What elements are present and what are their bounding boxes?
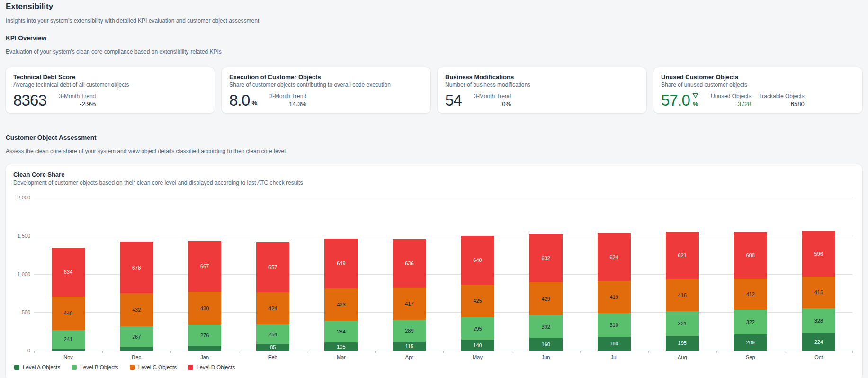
bar-segment[interactable]: 678 <box>120 242 153 293</box>
bar-segment[interactable]: 425 <box>461 285 494 317</box>
bar-segment[interactable]: 608 <box>734 232 767 279</box>
stacked-bar-Aug[interactable]: 195321416621 <box>666 232 699 351</box>
bar-segment[interactable]: 276 <box>188 325 221 346</box>
stat-value: 6580 <box>759 100 804 108</box>
bar-segment[interactable]: 430 <box>188 292 221 324</box>
bar-segment[interactable]: 328 <box>802 308 835 333</box>
bar-segment[interactable]: 423 <box>324 288 358 321</box>
stacked-bar-Oct[interactable]: 224328415596 <box>802 231 835 351</box>
bar-segment[interactable]: 140 <box>461 340 494 351</box>
bar-segment[interactable]: 289 <box>393 320 426 342</box>
bar-segment-value: 180 <box>598 341 631 346</box>
bar-segment-value: 195 <box>666 341 699 346</box>
bar-segment[interactable]: 634 <box>52 248 85 296</box>
bar-segment[interactable]: 105 <box>324 342 358 351</box>
bar-segment[interactable]: 432 <box>120 293 153 326</box>
bar-segment[interactable]: 254 <box>256 324 289 344</box>
bar-segment-value: 429 <box>529 296 563 301</box>
bar-segment[interactable]: 649 <box>324 239 358 288</box>
stacked-bar-Sep[interactable]: 209322412608 <box>734 232 767 351</box>
bar-segment[interactable]: 640 <box>461 236 494 285</box>
bar-segment-value: 254 <box>256 332 289 337</box>
bar-segment[interactable]: 85 <box>256 344 289 351</box>
stat-label: 3-Month Trend <box>474 93 511 99</box>
stat-value: 14.3% <box>269 100 306 108</box>
legend-item[interactable]: Level D Objects <box>188 364 235 370</box>
bar-segment-value: 321 <box>666 321 699 326</box>
bar-segment[interactable]: 295 <box>461 317 494 340</box>
legend-item[interactable]: Level B Objects <box>72 364 118 370</box>
stacked-bar-Jul[interactable]: 180310419624 <box>598 233 631 351</box>
bar-segment[interactable]: 596 <box>802 231 835 277</box>
legend-item[interactable]: Level C Objects <box>130 364 177 370</box>
bar-segment[interactable]: 321 <box>666 311 699 336</box>
bar-segment[interactable]: 267 <box>120 326 153 347</box>
bar-segment-value: 241 <box>52 337 85 342</box>
bar-segment[interactable]: 415 <box>802 277 835 308</box>
legend-swatch-icon <box>130 365 135 370</box>
bar-segment[interactable]: 180 <box>598 337 631 351</box>
kpi-card-business-modifications: Business Modifications Number of busines… <box>438 67 646 113</box>
bar-segment[interactable]: 310 <box>598 313 631 337</box>
stacked-bar-Nov[interactable]: 241440634 <box>52 248 85 351</box>
bar-segment-value: 276 <box>188 333 221 338</box>
bar-segment[interactable]: 160 <box>529 338 563 351</box>
bar-segment[interactable]: 417 <box>393 288 426 319</box>
bar-segment[interactable]: 115 <box>393 342 426 351</box>
bar-segment[interactable]: 284 <box>324 321 358 342</box>
kpi-card-title: Execution of Customer Objects <box>229 73 423 81</box>
bar-segment[interactable]: 322 <box>734 310 767 334</box>
bar-segment[interactable]: 657 <box>256 242 289 292</box>
bar-segment[interactable] <box>120 347 153 351</box>
stacked-bar-Mar[interactable]: 105284423649 <box>324 239 358 351</box>
bar-segment[interactable]: 419 <box>598 281 631 313</box>
bar-cell: 276430667 <box>170 198 239 351</box>
kpi-card-technical-debt: Technical Debt Score Average technical d… <box>6 67 215 113</box>
stacked-bar-Feb[interactable]: 85254424657 <box>256 242 289 351</box>
bar-segment[interactable]: 621 <box>666 232 699 279</box>
stacked-bar-Jan[interactable]: 276430667 <box>188 241 221 351</box>
kpi-overview-heading: KPI Overview <box>6 35 862 42</box>
bar-segment-value: 417 <box>393 301 426 306</box>
bar-segment[interactable] <box>188 346 221 351</box>
x-axis-label: Feb <box>239 351 307 360</box>
bar-segment[interactable]: 416 <box>666 279 699 311</box>
bar-segment[interactable]: 636 <box>393 239 426 288</box>
legend-item[interactable]: Level A Objects <box>14 364 60 370</box>
stacked-bar-May[interactable]: 140295425640 <box>461 236 494 351</box>
bar-segment[interactable]: 667 <box>188 241 221 292</box>
kpi-value: 57.0 <box>661 92 690 108</box>
bar-segment[interactable]: 624 <box>598 233 631 281</box>
stacked-bar-Dec[interactable]: 267432678 <box>120 242 153 351</box>
bar-cell: 105284423649 <box>307 198 375 351</box>
bar-segment[interactable]: 302 <box>529 315 563 338</box>
bar-segment[interactable]: 224 <box>802 333 835 351</box>
stacked-bar-Jun[interactable]: 160302429632 <box>529 234 563 351</box>
bar-segment-value: 416 <box>666 293 699 298</box>
bar-segment[interactable]: 195 <box>666 336 699 351</box>
stat-label: Trackable Objects <box>759 93 804 99</box>
bar-segment-value: 440 <box>52 311 85 316</box>
bar-segment-value: 667 <box>188 264 221 269</box>
kpi-stat: Unused Objects 3728 <box>711 93 751 108</box>
kpi-overview-subtitle: Evaluation of your system's clean core c… <box>6 49 862 55</box>
bar-segment[interactable]: 632 <box>529 234 563 282</box>
y-axis-tick-label: 1,500 <box>13 233 30 239</box>
stat-value: 3728 <box>711 100 751 108</box>
stat-label: 3-Month Trend <box>269 93 306 99</box>
bar-segment-value: 423 <box>324 302 358 307</box>
bar-segment-value: 608 <box>734 252 767 258</box>
x-axis-label: May <box>443 351 511 360</box>
bar-segment[interactable] <box>52 349 85 351</box>
stat-label: 3-Month Trend <box>59 93 96 99</box>
stacked-bar-Apr[interactable]: 115289417636 <box>393 239 426 351</box>
bar-segment[interactable]: 429 <box>529 282 563 315</box>
bar-segment[interactable]: 424 <box>256 292 289 324</box>
bar-segment[interactable]: 440 <box>52 297 85 330</box>
stat-value: -2.9% <box>59 100 96 108</box>
bar-segment[interactable]: 209 <box>734 334 767 351</box>
bar-segment[interactable]: 412 <box>734 279 767 310</box>
bar-segment-value: 425 <box>461 298 494 304</box>
stat-value: 0% <box>474 100 511 108</box>
bar-segment[interactable]: 241 <box>52 330 85 349</box>
